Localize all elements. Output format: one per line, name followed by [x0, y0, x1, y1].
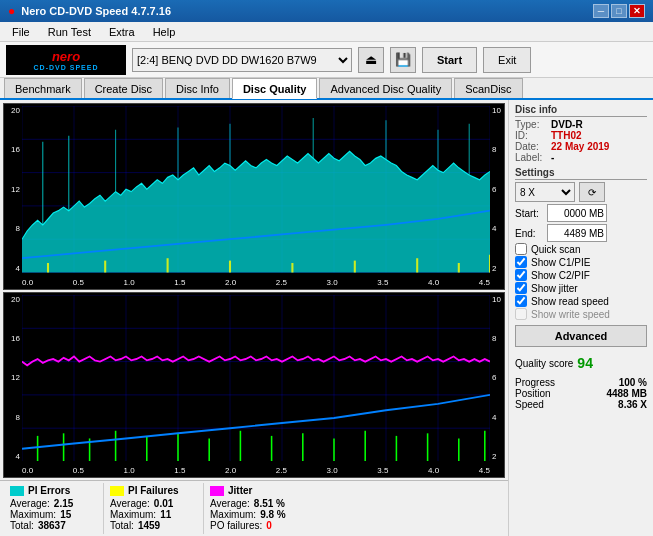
y-label-12: 12 [11, 185, 20, 194]
jitter-max-label: Maximum: [210, 509, 256, 520]
position-label: Position [515, 388, 551, 399]
pi-failures-max-value: 11 [160, 509, 171, 520]
pi-failures-max-label: Maximum: [110, 509, 156, 520]
speed-row: 8 X ⟳ [515, 182, 647, 202]
y-right-10: 10 [492, 106, 501, 115]
pi-errors-max-row: Maximum: 15 [10, 509, 97, 520]
pi-failures-avg-label: Average: [110, 498, 150, 509]
toolbar: nero CD-DVD SPEED [2:4] BENQ DVD DD DW16… [0, 42, 653, 78]
disc-type-row: Type: DVD-R [515, 119, 647, 130]
eject-button[interactable]: ⏏ [358, 47, 384, 73]
progress-value: 100 % [619, 377, 647, 388]
speed-row-progress: Speed 8.36 X [515, 399, 647, 410]
settings-title: Settings [515, 167, 647, 180]
speed-refresh-button[interactable]: ⟳ [579, 182, 605, 202]
end-mb-input[interactable] [547, 224, 607, 242]
quick-scan-label: Quick scan [531, 244, 580, 255]
main-content: 20 16 12 8 4 10 8 6 4 2 0.0 0.5 1.0 1.5 … [0, 100, 653, 536]
jitter-avg-value: 8.51 % [254, 498, 285, 509]
left-content: 20 16 12 8 4 10 8 6 4 2 0.0 0.5 1.0 1.5 … [0, 100, 508, 536]
top-chart-container: 20 16 12 8 4 10 8 6 4 2 0.0 0.5 1.0 1.5 … [3, 103, 505, 290]
save-button[interactable]: 💾 [390, 47, 416, 73]
show-write-speed-label: Show write speed [531, 309, 610, 320]
right-panel: Disc info Type: DVD-R ID: TTH02 Date: 22… [508, 100, 653, 536]
minimize-button[interactable]: ─ [593, 4, 609, 18]
disc-info-title: Disc info [515, 104, 647, 117]
jitter-avg-row: Average: 8.51 % [210, 498, 298, 509]
logo-nero: nero [52, 49, 80, 64]
start-label: Start: [515, 208, 543, 219]
pi-errors-avg-row: Average: 2.15 [10, 498, 97, 509]
bottom-chart-y-labels-right: 10 8 6 4 2 [490, 295, 504, 462]
disc-type-value: DVD-R [551, 119, 583, 130]
top-chart-svg [22, 106, 490, 273]
show-c1pie-checkbox[interactable] [515, 256, 527, 268]
tab-scandisc[interactable]: ScanDisc [454, 78, 522, 98]
show-read-speed-label: Show read speed [531, 296, 609, 307]
show-jitter-checkbox[interactable] [515, 282, 527, 294]
end-label: End: [515, 228, 543, 239]
start-button[interactable]: Start [422, 47, 477, 73]
settings-section: Settings 8 X ⟳ Start: End: Quick scan [515, 167, 647, 347]
title-bar-controls: ─ □ ✕ [593, 4, 645, 18]
bottom-chart-svg [22, 295, 490, 462]
menu-run-test[interactable]: Run Test [40, 24, 99, 40]
speed-selector[interactable]: 8 X [515, 182, 575, 202]
menu-help[interactable]: Help [145, 24, 184, 40]
show-c1pie-label: Show C1/PIE [531, 257, 590, 268]
disc-id-value: TTH02 [551, 130, 582, 141]
quick-scan-checkbox[interactable] [515, 243, 527, 255]
pi-failures-title: PI Failures [110, 485, 197, 496]
show-read-speed-checkbox[interactable] [515, 295, 527, 307]
show-c2pif-checkbox[interactable] [515, 269, 527, 281]
show-write-speed-checkbox [515, 308, 527, 320]
start-mb-input[interactable] [547, 204, 607, 222]
jitter-label: Jitter [228, 485, 252, 496]
progress-label: Progress [515, 377, 555, 388]
quick-scan-row: Quick scan [515, 243, 647, 255]
disc-info-section: Disc info Type: DVD-R ID: TTH02 Date: 22… [515, 104, 647, 163]
pi-errors-total-label: Total: [10, 520, 34, 531]
tab-create-disc[interactable]: Create Disc [84, 78, 163, 98]
show-jitter-label: Show jitter [531, 283, 578, 294]
jitter-max-row: Maximum: 9.8 % [210, 509, 298, 520]
jitter-title: Jitter [210, 485, 298, 496]
position-row: Position 4488 MB [515, 388, 647, 399]
bottom-chart-container: 20 16 12 8 4 10 8 6 4 2 0.0 0.5 1.0 1.5 … [3, 292, 505, 479]
bottom-chart-x-labels: 0.0 0.5 1.0 1.5 2.0 2.5 3.0 3.5 4.0 4.5 [22, 466, 490, 475]
tab-disc-quality[interactable]: Disc Quality [232, 78, 318, 99]
disc-date-label: Date: [515, 141, 547, 152]
disc-label-row: Label: - [515, 152, 647, 163]
logo-cdspeed: CD-DVD SPEED [34, 64, 99, 71]
title-bar: ● Nero CD-DVD Speed 4.7.7.16 ─ □ ✕ [0, 0, 653, 22]
pi-failures-avg-value: 0.01 [154, 498, 173, 509]
app-logo: nero CD-DVD SPEED [6, 45, 126, 75]
drive-selector[interactable]: [2:4] BENQ DVD DD DW1620 B7W9 [132, 48, 352, 72]
jitter-po-label: PO failures: [210, 520, 262, 531]
jitter-max-value: 9.8 % [260, 509, 286, 520]
y-right-6: 6 [492, 185, 496, 194]
advanced-button[interactable]: Advanced [515, 325, 647, 347]
pi-errors-label: PI Errors [28, 485, 70, 496]
y-right-8: 8 [492, 145, 496, 154]
menu-file[interactable]: File [4, 24, 38, 40]
disc-type-label: Type: [515, 119, 547, 130]
show-c2pif-row: Show C2/PIF [515, 269, 647, 281]
pi-errors-total-row: Total: 38637 [10, 520, 97, 531]
close-button[interactable]: ✕ [629, 4, 645, 18]
maximize-button[interactable]: □ [611, 4, 627, 18]
pi-failures-color [110, 486, 124, 496]
pi-failures-label: PI Failures [128, 485, 179, 496]
disc-date-value: 22 May 2019 [551, 141, 609, 152]
y-label-4: 4 [16, 264, 20, 273]
tab-benchmark[interactable]: Benchmark [4, 78, 82, 98]
pi-failures-section: PI Failures Average: 0.01 Maximum: 11 To… [104, 483, 204, 534]
menu-extra[interactable]: Extra [101, 24, 143, 40]
jitter-avg-label: Average: [210, 498, 250, 509]
end-mb-row: End: [515, 224, 647, 242]
tab-advanced-disc-quality[interactable]: Advanced Disc Quality [319, 78, 452, 98]
exit-button[interactable]: Exit [483, 47, 531, 73]
show-c1pie-row: Show C1/PIE [515, 256, 647, 268]
show-jitter-row: Show jitter [515, 282, 647, 294]
tab-disc-info[interactable]: Disc Info [165, 78, 230, 98]
